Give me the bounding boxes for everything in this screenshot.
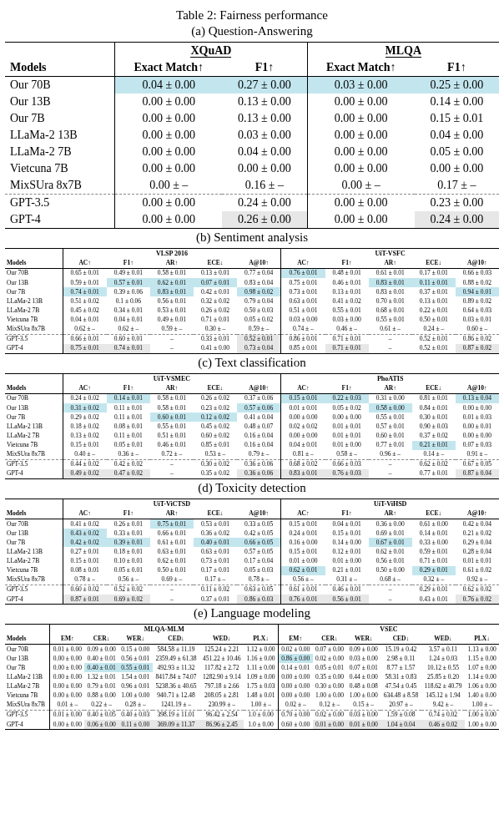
model-name: Vietcuna 7B [5,441,63,450]
cell: 0.65 ± 0.01 [63,268,107,278]
cell: 0.21 ± 0.01 [412,441,456,450]
cell: 0.44 ± 0.02 [63,460,107,469]
cell: 0.40 ± – [63,450,107,460]
cell: – [369,460,412,469]
cell: 0.58 ± 0.00 [369,403,412,412]
metric-header: AR↑ [150,259,194,269]
cell: 0.76 ± 0.01 [281,268,325,278]
model-name: Vietcuna 7B [5,160,115,177]
cell: 0.00 ± – [307,177,415,195]
cell: 0.84 ± 0.01 [412,403,456,412]
cell: 0.22 ± 0.03 [325,393,369,403]
cell: 0.78 ± – [63,575,107,585]
cell: 0.91 ± – [456,450,499,460]
cell: 0.77 ± 0.01 [412,469,456,478]
cell: 5238.36 ± 40.65 [153,682,200,691]
cell: 0.74 ± 0.01 [63,287,107,296]
cell: 0.00 ± 0.00 [115,94,223,110]
cell: 0.05 ± 0.01 [313,663,347,672]
cell: 0.01 ± 0.00 [313,720,347,729]
cell: 1.12 ± 0.00 [244,645,278,655]
cell: 0.27 ± 0.01 [63,547,107,556]
cell: 0.04 ± 0.01 [107,316,150,325]
cell: 0.22 ± – [84,701,118,711]
cell: 0.26 ± 0.00 [222,211,307,228]
cell: – [150,585,194,595]
cell: 0.01 ± 0.00 [50,711,84,720]
metric-header: AC↑ [63,509,107,519]
cell: 0.00 ± 0.00 [307,110,415,127]
cell: 0.40 ± 0.01 [84,663,118,672]
cell: 0.60 ± 0.01 [150,412,194,422]
group-header: UiT-VSMEC [63,374,281,384]
metric-header: CER↓ [313,635,347,645]
cell: 0.25 ± 0.00 [415,77,499,94]
cell: 0.03 ± 0.00 [325,316,369,325]
metric-header: AC↑ [281,384,325,394]
cell: 0.85 ± 0.01 [194,441,237,450]
cell: 1.14 ± 0.00 [465,672,499,681]
cell: 0.03 ± 0.01 [456,316,499,325]
cell: 0.00 ± 0.00 [115,211,223,228]
model-name: LLaMa-2 13B [5,422,63,431]
metric-header: CED↓ [381,635,421,645]
subcaption-e: (e) Language modeling [5,606,499,620]
cell: 0.07 ± 0.00 [313,645,347,655]
cell: 0.66 ± 0.03 [325,460,369,469]
cell: 0.79 ± – [237,450,281,460]
cell: 0.11 ± 0.01 [107,412,150,422]
group-header: PhoATIS [281,374,499,384]
cell: 0.16 ± 0.04 [237,441,281,450]
cell: 0.50 ± 0.00 [369,566,412,575]
cell: 0.00 ± 0.00 [115,160,223,177]
cell: 0.56 ± 0.01 [118,654,153,663]
metric-header: EM↑ [50,635,84,645]
cell: 0.01 ± 0.00 [50,645,84,655]
cell: 0.68 ± – [369,575,412,585]
metric-header: F1↑ [325,259,369,269]
cell: 0.58 ± 0.01 [150,393,194,403]
metric-header: A@10↑ [237,509,281,519]
model-name: Our 70B [5,268,63,278]
metric-header: PLX↓ [465,635,499,645]
cell: 0.21 ± 0.02 [456,529,499,538]
cell: 0.02 ± 0.02 [281,422,325,431]
cell: 0.26 ± 0.02 [194,393,237,403]
cell: 0.07 ± 0.01 [194,278,237,287]
cell: 0.68 ± 0.01 [369,306,412,315]
model-name: LLaMa-2 13B [5,547,63,556]
metric-header: F1↑ [107,384,150,394]
cell: – [150,595,194,604]
model-name: LLaMa-2 7B [5,431,63,440]
metric-header: A@10↑ [456,259,499,269]
cell: 0.37 ± 0.06 [237,393,281,403]
table-langmodel: MLQA-MLMVSECModelsEM↑CER↓WER↓CED↓WED↓PLX… [5,624,499,730]
model-name: Vietcuna 7B [5,316,63,325]
table-sentiment: VLSP 2016UiT-VSFCModelsAC↑F1↑AR↑ECE↓A@10… [5,248,499,354]
group-header: MLQA [386,44,422,58]
metric-header: ECE↓ [194,384,237,394]
cell: 0.14 ± 0.00 [415,94,499,110]
cell: 0.62 ± 0.01 [150,557,194,566]
cell: 0.00 ± 0.00 [50,682,84,691]
cell: 0.71 ± 0.01 [325,335,369,344]
cell: 0.61 ± 0.01 [281,585,325,595]
cell: 1.07 ± 0.00 [465,663,499,672]
cell: 0.18 ± 0.01 [107,547,150,556]
cell: 0.32 ± – [412,575,456,585]
cell: 0.15 ± 0.00 [118,645,153,655]
model-name: GPT-4 [5,211,115,228]
cell: 2359.49 ± 61.38 [153,654,200,663]
cell: 1.59 ± 0.08 [381,711,421,720]
cell: 0.61 ± 0.01 [150,538,194,547]
model-name: LLaMa-2 13B [5,672,50,681]
model-name: Our 13B [5,529,63,538]
metric-header: CER↓ [84,635,118,645]
metric-header: ECE↓ [412,509,456,519]
table-qa: XQuADMLQAModelsExact Match↑F1↑Exact Matc… [5,42,499,229]
cell: 15.19 ± 0.42 [381,645,421,655]
cell: 0.48 ± 0.01 [325,268,369,278]
cell: 0.14 ± 0.01 [412,529,456,538]
model-name: Our 7B [5,287,63,296]
cell: 0.69 ± 0.01 [369,529,412,538]
